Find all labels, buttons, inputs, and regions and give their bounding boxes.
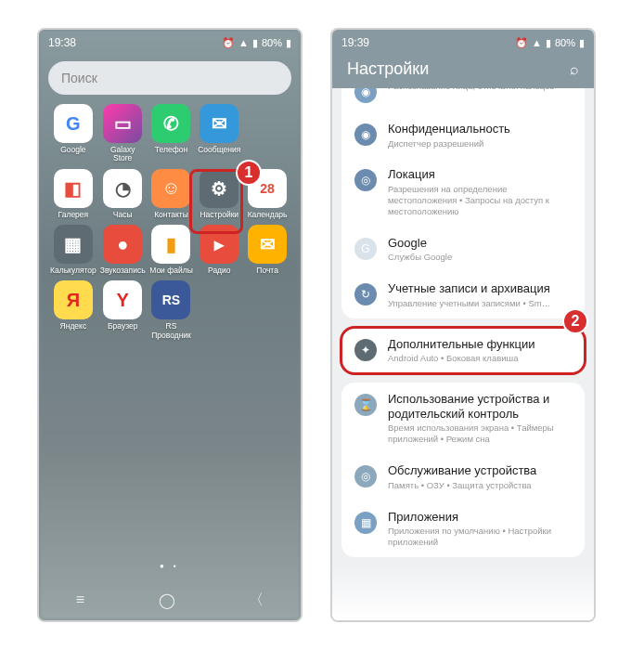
app-label: Контакты: [154, 211, 188, 219]
signal-icon: ▮: [252, 37, 258, 49]
battery-icon: ▮: [286, 37, 291, 49]
home-button[interactable]: ◯: [159, 592, 175, 609]
app-label: Google: [60, 146, 85, 154]
back-button[interactable]: 〈: [249, 591, 264, 610]
row-text: Распознавание лица, отпечатки пальцев: [388, 88, 572, 92]
callout-2: 2: [562, 308, 588, 334]
app-label: Мои файлы: [149, 266, 193, 275]
row-title: Google: [388, 236, 572, 251]
row-icon: ◉: [354, 124, 377, 146]
settings-row[interactable]: ⌛Использование устройства и родительский…: [341, 383, 585, 454]
row-text: Обслуживание устройстваПамять • ОЗУ • За…: [388, 463, 572, 490]
row-title: Локация: [388, 167, 572, 182]
alarm-icon: ⏰: [222, 37, 235, 49]
settings-header: Настройки ⌕: [332, 56, 594, 88]
app-Google[interactable]: GGoogle: [50, 104, 97, 163]
signal-icon: ▮: [546, 37, 551, 49]
clock: 19:38: [48, 36, 76, 49]
app-icon: ✉: [200, 104, 238, 143]
settings-row[interactable]: ◎Обслуживание устройстваПамять • ОЗУ • З…: [341, 454, 585, 500]
app-Телефон[interactable]: ✆Телефон: [149, 104, 194, 163]
app-icon: ▦: [54, 225, 93, 264]
phone-home-screen: 19:38 ⏰ ▲ ▮ 80% ▮ Поиск GGoogle▭Galaxy S…: [37, 28, 303, 622]
search-placeholder: Поиск: [61, 71, 97, 85]
row-title: Обслуживание устройства: [388, 463, 572, 478]
app-Мои файлы[interactable]: ▮Мои файлы: [149, 225, 194, 275]
row-title: Учетные записи и архивация: [388, 281, 572, 296]
row-title: Использование устройства и родительский …: [388, 392, 572, 421]
row-title: Приложения: [388, 510, 572, 525]
row-icon: ◎: [354, 465, 377, 488]
row-subtitle: Диспетчер разрешений: [388, 138, 572, 150]
row-text: Дополнительные функцииAndroid Auto • Бок…: [388, 337, 572, 364]
row-subtitle: Службы Google: [388, 252, 572, 263]
app-Браузер[interactable]: YБраузер: [100, 280, 146, 340]
status-icons: ⏰ ▲ ▮ 80% ▮: [515, 37, 585, 49]
search-bar[interactable]: Поиск: [48, 61, 291, 95]
app-RS Проводник[interactable]: RSRS Проводник: [149, 280, 194, 340]
row-icon: ◎: [354, 169, 377, 191]
clock: 19:39: [341, 36, 369, 49]
search-icon[interactable]: ⌕: [570, 61, 579, 78]
settings-list[interactable]: ◉Распознавание лица, отпечатки пальцев◉К…: [332, 88, 594, 616]
settings-row[interactable]: ▦ПриложенияПриложения по умолчанию • Нас…: [341, 500, 585, 557]
settings-row[interactable]: ↻Учетные записи и архивацияУправление уч…: [341, 272, 585, 318]
app-Галерея[interactable]: ◧Галерея: [50, 169, 97, 219]
settings-group: ◉Распознавание лица, отпечатки пальцев◉К…: [341, 88, 585, 318]
row-text: Учетные записи и архивацияУправление уче…: [388, 281, 572, 308]
row-subtitle: Разрешения на определение местоположения…: [388, 184, 572, 217]
wifi-icon: ▲: [532, 37, 542, 48]
app-icon: ▭: [103, 104, 142, 143]
app-Калькулятор[interactable]: ▦Калькулятор: [50, 225, 97, 275]
app-Звукозапись[interactable]: ●Звукозапись: [100, 225, 146, 275]
row-subtitle: Приложения по умолчанию • Настройки прил…: [388, 526, 572, 548]
wifi-icon: ▲: [238, 37, 249, 48]
app-label: RS Проводник: [149, 322, 194, 340]
settings-row[interactable]: ◉Распознавание лица, отпечатки пальцев: [341, 88, 585, 112]
page-indicator: ● ▪: [39, 552, 301, 579]
settings-group: ⌛Использование устройства и родительский…: [341, 383, 585, 557]
app-Радио[interactable]: ▸Радио: [197, 225, 241, 275]
row-subtitle: Время использования экрана • Таймеры при…: [388, 422, 572, 445]
battery-text: 80%: [555, 37, 575, 48]
app-Почта[interactable]: ✉Почта: [245, 225, 290, 275]
settings-row[interactable]: ◎ЛокацияРазрешения на определение местоп…: [341, 158, 585, 226]
app-icon: ✆: [151, 104, 190, 143]
recents-button[interactable]: ≡: [76, 592, 84, 608]
settings-row[interactable]: ◉КонфиденциальностьДиспетчер разрешений: [341, 112, 585, 158]
row-icon: ✦: [354, 339, 377, 361]
row-text: ЛокацияРазрешения на определение местопо…: [388, 167, 572, 216]
row-icon: G: [354, 238, 377, 260]
app-icon: ✉: [248, 225, 287, 264]
app-label: Почта: [256, 266, 278, 275]
callout-1: 1: [236, 160, 262, 186]
app-label: Телефон: [155, 146, 187, 154]
app-Настройки[interactable]: ⚙Настройки: [197, 169, 241, 219]
row-subtitle: Управление учетными записями • Sm…: [388, 298, 572, 309]
app-icon: Y: [103, 280, 142, 319]
nav-bar: ≡ ◯ 〈: [332, 616, 594, 622]
row-text: Использование устройства и родительский …: [388, 392, 572, 445]
app-label: Часы: [113, 211, 133, 219]
app-label: Яндекс: [60, 322, 87, 331]
app-label: Браузер: [108, 322, 137, 331]
app-Galaxy Store[interactable]: ▭Galaxy Store: [100, 104, 146, 163]
row-icon: ▦: [354, 512, 377, 534]
settings-row[interactable]: GGoogleСлужбы Google: [341, 227, 585, 272]
app-label: Сообщения: [198, 146, 240, 154]
app-icon: ▮: [151, 225, 190, 264]
app-Часы[interactable]: ◔Часы: [100, 169, 146, 219]
app-icon: RS: [151, 280, 190, 319]
app-label: Календарь: [248, 211, 288, 219]
app-Контакты[interactable]: ☺Контакты: [149, 169, 194, 219]
row-text: ПриложенияПриложения по умолчанию • Наст…: [388, 510, 572, 548]
app-Сообщения[interactable]: ✉Сообщения: [197, 104, 241, 163]
app-Яндекс[interactable]: ЯЯндекс: [50, 280, 97, 340]
app-grid: GGoogle▭Galaxy Store✆Телефон✉Сообщения◧Г…: [39, 104, 301, 340]
nav-bar: ≡ ◯ 〈: [39, 579, 301, 620]
settings-title: Настройки: [347, 59, 429, 79]
row-title: Конфиденциальность: [388, 122, 572, 136]
battery-icon: ▮: [579, 37, 585, 49]
settings-row[interactable]: ✦Дополнительные функцииAndroid Auto • Бо…: [341, 328, 585, 373]
settings-group: ✦Дополнительные функцииAndroid Auto • Бо…: [341, 328, 585, 373]
